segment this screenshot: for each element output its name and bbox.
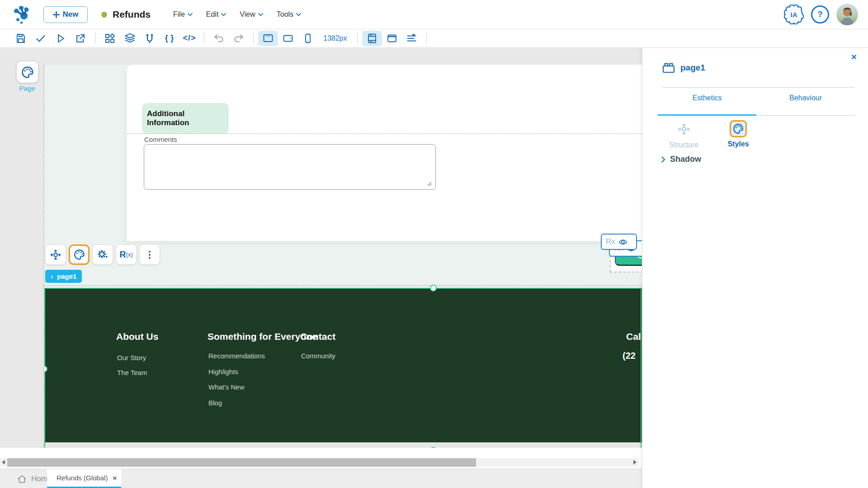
- layers-button[interactable]: [120, 31, 140, 46]
- widget-toolbar: R(x): [45, 244, 160, 265]
- move-icon: [50, 249, 61, 260]
- app-status-dot: [101, 12, 107, 18]
- redo-button[interactable]: [229, 31, 249, 46]
- run-button[interactable]: [51, 31, 71, 46]
- panel-close-icon[interactable]: ×: [851, 52, 857, 62]
- user-avatar[interactable]: [836, 4, 858, 25]
- move-widget-button[interactable]: [45, 244, 66, 265]
- design-canvas[interactable]: Additional Information Comments Rx Rx Cr…: [43, 65, 642, 450]
- breadcrumb-label: page1: [57, 272, 76, 280]
- panel-tabs: Esthetics Behaviour: [658, 94, 855, 102]
- toolbar-separator: [357, 32, 358, 44]
- new-button-label: New: [63, 10, 79, 19]
- widgets-button[interactable]: [100, 31, 120, 46]
- chevron-down-icon: [188, 13, 193, 16]
- panel-tools: Structure Styles: [662, 120, 760, 149]
- resize-handle-top[interactable]: [430, 285, 437, 291]
- header-layout-button[interactable]: [382, 31, 402, 46]
- page-layout-button[interactable]: [362, 31, 382, 46]
- footer-link[interactable]: Our Story: [117, 354, 146, 361]
- structure-label: Structure: [670, 141, 699, 149]
- app-logo-icon[interactable]: [12, 4, 33, 25]
- app-window: New Refunds File Edit View Tools: [0, 0, 868, 488]
- braces-button[interactable]: { }: [160, 31, 179, 46]
- section-header-widget[interactable]: Additional Information: [142, 103, 229, 134]
- mobile-view-button[interactable]: [298, 31, 318, 46]
- publish-button[interactable]: [71, 31, 90, 46]
- page-styles-fab[interactable]: [17, 61, 38, 83]
- rx-visibility-chip[interactable]: Rx: [601, 234, 637, 250]
- desktop-view-button[interactable]: [258, 31, 278, 46]
- toolbar-separator: [204, 32, 204, 44]
- close-tab-icon[interactable]: ×: [113, 474, 117, 482]
- tab-esthetics[interactable]: Esthetics: [658, 94, 756, 102]
- styles-label: Styles: [727, 140, 749, 148]
- align-settings-button[interactable]: [402, 31, 422, 46]
- kebab-icon: [149, 251, 151, 259]
- footer-link[interactable]: What's New: [208, 383, 245, 391]
- footer-link[interactable]: Community: [301, 352, 335, 360]
- document-tab-bar: Home Refunds (Global) ×: [0, 469, 642, 488]
- gear-sparkle-icon: [97, 249, 108, 261]
- plus-icon: [53, 11, 60, 18]
- scrollbar-thumb[interactable]: [7, 458, 476, 467]
- structure-tool[interactable]: Structure: [662, 120, 706, 149]
- footer-link[interactable]: Blog: [208, 399, 222, 407]
- home-tab[interactable]: Home: [17, 469, 52, 488]
- section-header-label: Additional Information: [147, 109, 229, 127]
- scroll-left-arrow[interactable]: [2, 460, 5, 465]
- app-title: Refunds: [113, 9, 151, 20]
- editor-toolbar: { } </>: [0, 29, 868, 48]
- panel-title: page1: [680, 63, 705, 73]
- footer-link[interactable]: Highlights: [208, 368, 238, 375]
- formula-widget-button[interactable]: R(x): [116, 244, 137, 265]
- shadow-section-label: Shadow: [670, 155, 701, 164]
- shadow-section-header[interactable]: Shadow: [661, 155, 701, 164]
- horizontal-scrollbar[interactable]: [0, 458, 638, 467]
- undo-button[interactable]: [209, 31, 229, 46]
- more-options-button[interactable]: [139, 244, 160, 265]
- chevron-right-icon: [661, 156, 665, 163]
- styles-icon-box: [730, 120, 747, 137]
- menu-view[interactable]: View: [240, 10, 263, 19]
- viewport-width-value[interactable]: 1382px: [323, 34, 347, 42]
- footer-widget[interactable]: About Us Our Story The Team Something fo…: [44, 288, 642, 442]
- chevron-down-icon: [258, 13, 263, 16]
- scroll-right-arrow[interactable]: [633, 460, 637, 465]
- connector-button[interactable]: [140, 31, 160, 46]
- menu-edit[interactable]: Edit: [206, 10, 226, 19]
- new-button[interactable]: New: [43, 6, 88, 23]
- section-dotted-divider: [44, 285, 642, 286]
- topbar-right: IA ?: [784, 0, 858, 29]
- palette-icon: [733, 123, 744, 134]
- code-button[interactable]: </>: [179, 31, 199, 46]
- chevron-down-icon: [296, 13, 301, 16]
- footer-link[interactable]: Recommendations: [208, 352, 265, 360]
- active-tab-underline: [658, 114, 756, 116]
- footer-link[interactable]: The Team: [117, 369, 147, 376]
- help-icon[interactable]: ?: [811, 5, 829, 23]
- ia-badge[interactable]: IA: [784, 5, 804, 24]
- menu-file[interactable]: File: [173, 10, 193, 19]
- parent-breadcrumb-chip[interactable]: ‹ page1: [45, 270, 82, 283]
- tab-behaviour[interactable]: Behaviour: [756, 94, 855, 102]
- menu-bar: File Edit View Tools: [173, 10, 301, 19]
- settings-widget-button[interactable]: [92, 244, 113, 265]
- comments-field-label: Comments: [144, 136, 177, 143]
- chevron-down-icon: [221, 13, 226, 16]
- eye-icon: [618, 239, 627, 245]
- active-document-tab[interactable]: Refunds (Global) ×: [47, 469, 121, 488]
- page-brick-icon: [662, 62, 675, 73]
- container-dotted-border: [127, 133, 642, 134]
- styles-widget-button[interactable]: [69, 244, 90, 265]
- comments-input[interactable]: [144, 144, 436, 190]
- toolbar-separator: [95, 32, 95, 44]
- save-button[interactable]: [11, 31, 31, 46]
- validate-button[interactable]: [31, 31, 51, 46]
- menu-tools[interactable]: Tools: [277, 10, 301, 19]
- panel-title-row: page1: [662, 62, 705, 73]
- styles-tool[interactable]: Styles: [717, 120, 760, 149]
- tablet-view-button[interactable]: [278, 31, 298, 46]
- textarea-resize-grip[interactable]: [427, 181, 432, 186]
- footer-phone: (22: [623, 351, 636, 361]
